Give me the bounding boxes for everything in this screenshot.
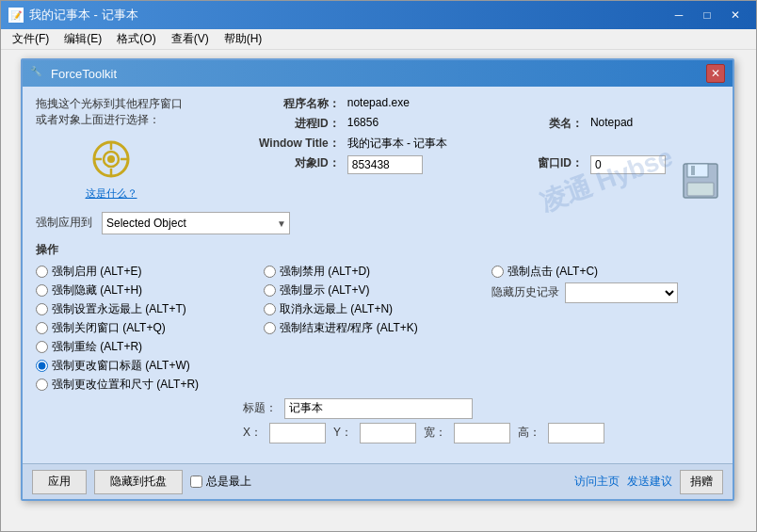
op-enable[interactable]: 强制启用 (ALT+E) <box>36 264 264 280</box>
op-cancel-top-label: 取消永远最上 (ALT+N) <box>280 301 393 317</box>
notepad-close-btn[interactable]: ✕ <box>722 6 749 24</box>
history-row: 隐藏历史记录 <box>491 282 719 303</box>
notepad-win-controls: ─ □ ✕ <box>666 6 749 24</box>
drag-icon[interactable] <box>86 134 137 185</box>
height-label: 高： <box>518 425 540 441</box>
op-always-top[interactable]: 强制设置永远最上 (ALT+T) <box>36 301 264 317</box>
op-redraw-radio[interactable] <box>36 341 48 353</box>
hide-to-tray-btn[interactable]: 隐藏到托盘 <box>94 470 183 494</box>
window-title-value: 我的记事本 - 记事本 <box>347 136 719 152</box>
op-cancel-top[interactable]: 取消永远最上 (ALT+N) <box>264 301 491 317</box>
dialog-content: 凌通 Hybse 拖拽这个光标到其他程序窗口或者对象上面进行选择： <box>23 87 733 457</box>
notepad-icon: 📝 <box>8 8 24 23</box>
op-hide-radio[interactable] <box>36 284 48 297</box>
op-change-title-label: 强制更改窗口标题 (ALT+W) <box>52 358 190 374</box>
op-show-radio[interactable] <box>264 284 276 297</box>
donate-btn[interactable]: 捐赠 <box>680 470 723 494</box>
op-disable-radio[interactable] <box>264 266 276 278</box>
svg-rect-1 <box>687 164 708 177</box>
pos-row: X： Y： 宽： 高： <box>243 423 719 443</box>
op-hide-label: 强制隐藏 (ALT+H) <box>52 282 142 298</box>
menu-format[interactable]: 格式(O) <box>109 29 163 49</box>
object-id-input[interactable] <box>347 155 423 174</box>
svg-rect-3 <box>687 183 714 196</box>
force-apply-select[interactable]: Selected Object All Windows Specific Pro… <box>102 212 290 234</box>
op-enable-radio[interactable] <box>36 266 48 278</box>
notepad-maximize-btn[interactable]: □ <box>694 6 720 24</box>
menu-help[interactable]: 帮助(H) <box>217 29 270 49</box>
history-label: 隐藏历史记录 <box>491 284 559 300</box>
apply-btn[interactable]: 应用 <box>32 470 87 494</box>
drag-section: 拖拽这个光标到其他程序窗口或者对象上面进行选择： 这是什么？ <box>36 96 186 201</box>
menu-edit[interactable]: 编辑(E) <box>56 29 109 49</box>
x-input[interactable] <box>269 423 326 443</box>
svg-point-10 <box>107 155 115 163</box>
op-change-pos-radio[interactable] <box>36 379 48 391</box>
force-apply-label: 强制应用到 <box>36 215 92 231</box>
op-change-title-radio[interactable] <box>36 360 48 372</box>
home-link[interactable]: 访问主页 <box>574 474 620 490</box>
op-enable-label: 强制启用 (ALT+E) <box>52 264 141 280</box>
class-label: 类名： <box>484 116 583 132</box>
op-cancel-top-radio[interactable] <box>264 303 276 315</box>
op-disable-label: 强制禁用 (ALT+D) <box>280 264 370 280</box>
top-row: 拖拽这个光标到其他程序窗口或者对象上面进行选择： 这是什么？ 程序名称： <box>36 96 719 201</box>
force-apply-row: 强制应用到 Selected Object All Windows Specif… <box>36 212 719 234</box>
object-id-label: 对象ID： <box>205 155 340 174</box>
dialog-icon: 🔧 <box>30 66 45 81</box>
drag-label[interactable]: 这是什么？ <box>36 186 186 201</box>
notepad-titlebar: 📝 我的记事本 - 记事本 ─ □ ✕ <box>1 1 756 29</box>
op-show[interactable]: 强制显示 (ALT+V) <box>264 282 491 298</box>
window-id-input[interactable] <box>590 155 666 174</box>
dialog-close-btn[interactable]: ✕ <box>706 64 725 83</box>
program-value: notepad.exe <box>347 96 719 112</box>
info-grid: 程序名称： notepad.exe 进程ID： 16856 类名： Notepa… <box>205 96 719 201</box>
floppy-icon <box>682 162 719 200</box>
svg-rect-2 <box>691 166 695 175</box>
op-change-title[interactable]: 强制更改窗口标题 (ALT+W) <box>36 358 264 374</box>
title-input[interactable] <box>284 398 473 419</box>
drag-instruction: 拖拽这个光标到其他程序窗口或者对象上面进行选择： <box>36 96 186 128</box>
title-label: 标题： <box>243 400 277 416</box>
op-click-radio[interactable] <box>491 266 504 278</box>
feedback-link[interactable]: 发送建议 <box>627 474 672 490</box>
window-title-label: Window Title： <box>205 136 340 152</box>
ops-label: 操作 <box>36 242 719 258</box>
process-value: 16856 <box>347 116 476 132</box>
notepad-menubar: 文件(F) 编辑(E) 格式(O) 查看(V) 帮助(H) <box>1 29 756 50</box>
class-value: Notepad <box>590 116 719 132</box>
op-click[interactable]: 强制点击 (ALT+C) <box>491 264 719 280</box>
op-redraw-label: 强制重绘 (ALT+R) <box>52 339 142 355</box>
dialog-titlebar: 🔧 ForceToolkit ✕ <box>23 60 733 87</box>
history-select[interactable] <box>565 282 678 303</box>
x-label: X： <box>243 425 262 441</box>
op-always-top-radio[interactable] <box>36 303 48 315</box>
menu-view[interactable]: 查看(V) <box>164 29 217 49</box>
force-apply-select-wrapper: Selected Object All Windows Specific Pro… <box>102 212 290 234</box>
op-always-top-label: 强制设置永远最上 (ALT+T) <box>52 301 186 317</box>
title-row: 标题： <box>243 398 719 419</box>
always-on-top-input[interactable] <box>190 476 202 488</box>
width-label: 宽： <box>424 425 446 441</box>
dialog-title: ForceToolkit <box>51 67 706 81</box>
op-kill-label: 强制结束进程/程序 (ALT+K) <box>280 320 418 336</box>
op-change-pos-label: 强制更改位置和尺寸 (ALT+R) <box>52 377 199 393</box>
op-kill-radio[interactable] <box>264 322 276 334</box>
op-change-pos[interactable]: 强制更改位置和尺寸 (ALT+R) <box>36 377 264 393</box>
op-close[interactable]: 强制关闭窗口 (ALT+Q) <box>36 320 264 336</box>
menu-file[interactable]: 文件(F) <box>5 29 56 49</box>
notepad-minimize-btn[interactable]: ─ <box>666 6 692 24</box>
op-disable[interactable]: 强制禁用 (ALT+D) <box>264 264 491 280</box>
op-kill[interactable]: 强制结束进程/程序 (ALT+K) <box>264 320 491 336</box>
op-redraw[interactable]: 强制重绘 (ALT+R) <box>36 339 264 355</box>
forcetoolkit-dialog: 🔧 ForceToolkit ✕ 凌通 Hybse 拖拽这个光标到其他程序窗口或… <box>21 58 734 501</box>
op-close-radio[interactable] <box>36 322 48 334</box>
bottom-bar: 应用 隐藏到托盘 总是最上 访问主页 发送建议 捐赠 <box>23 463 733 499</box>
always-on-top-label: 总是最上 <box>206 474 251 490</box>
op-click-label: 强制点击 (ALT+C) <box>507 264 598 280</box>
height-input[interactable] <box>548 423 604 443</box>
always-on-top-checkbox[interactable]: 总是最上 <box>190 474 251 490</box>
op-hide[interactable]: 强制隐藏 (ALT+H) <box>36 282 264 298</box>
y-input[interactable] <box>360 423 416 443</box>
width-input[interactable] <box>454 423 510 443</box>
